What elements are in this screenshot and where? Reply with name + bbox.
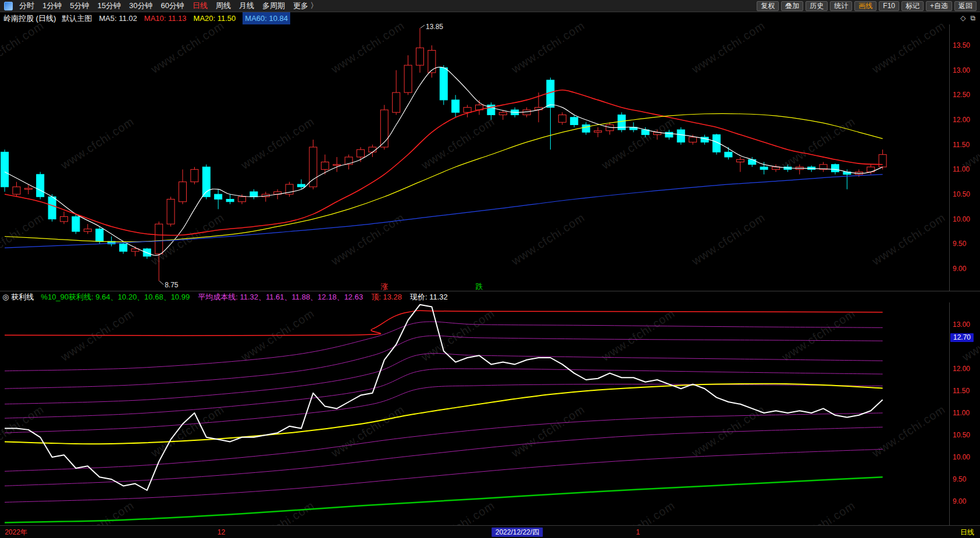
signal-marker: 涨: [380, 282, 388, 291]
indicator-header: ◎ 获利线 %10_90获利线: 9.64、10.20、10.68、10.99平…: [0, 291, 980, 302]
period-tab[interactable]: 30分钟: [125, 0, 156, 12]
period-tab[interactable]: 多周期: [258, 0, 289, 12]
axis-tick-label: 11.00: [953, 409, 970, 417]
candle: [571, 115, 578, 127]
candle: [594, 127, 602, 137]
indicator-line-profit-line-30: [5, 413, 883, 471]
axis-tick-label: 12.50: [953, 91, 970, 99]
toolbar-button[interactable]: 复权: [757, 1, 779, 11]
candle: [84, 224, 91, 234]
indicator-line-cost-line-3: [5, 354, 883, 404]
period-tab[interactable]: 更多 〉: [289, 0, 322, 12]
axis-tick-label: 11.50: [953, 387, 970, 395]
indicator-values: %10_90获利线: 9.64、10.20、10.68、10.99平均成本线: …: [41, 291, 455, 302]
candle: [606, 122, 614, 134]
candle: [202, 165, 210, 199]
indicator-cycle-icon[interactable]: ◎: [0, 291, 11, 302]
candle: [72, 214, 80, 234]
period-tab[interactable]: 15分钟: [93, 0, 124, 12]
axis-tick-label: 10.50: [953, 431, 970, 439]
indicator-line-cost-line-2: [5, 369, 883, 418]
period-tab[interactable]: 月线: [235, 0, 258, 12]
candle: [215, 189, 222, 209]
price-axis-column: 13.5013.0012.5012.0011.5011.0010.5010.00…: [949, 24, 980, 525]
main-chart-canvas[interactable]: 13.858.75涨跌: [0, 0, 949, 538]
info-bar-icons: ◇⧉: [960, 12, 980, 24]
candle: [713, 134, 721, 155]
axis-tick-label: 13.00: [953, 320, 970, 329]
candle-layer: [1, 28, 887, 281]
candle: [155, 222, 163, 281]
candle: [309, 140, 317, 189]
axis-tick-label: 10.50: [953, 190, 970, 198]
window-icon[interactable]: ⧉: [970, 12, 975, 24]
candle: [558, 112, 566, 124]
candle: [191, 167, 198, 184]
period-tab[interactable]: 分时: [15, 0, 38, 12]
toolbar-buttons: 复权叠加历史统计画线F10标记+自选返回: [757, 1, 980, 11]
candle: [120, 241, 127, 254]
stock-title: 岭南控股 (日线): [0, 12, 62, 24]
toolbar-button[interactable]: 统计: [830, 1, 852, 11]
top-toolbar: 分时1分钟5分钟15分钟30分钟60分钟日线周线月线多周期更多 〉 复权叠加历史…: [0, 0, 980, 12]
indicator-line-profit-line-10: [5, 449, 883, 502]
time-axis-label: 1: [636, 528, 640, 537]
signal-marker: 跌: [476, 282, 483, 291]
toolbar-button[interactable]: F10: [879, 1, 899, 11]
candle: [879, 149, 886, 169]
candle: [37, 172, 44, 199]
candle: [582, 122, 590, 134]
toolbar-button[interactable]: 标记: [901, 1, 924, 11]
candle: [143, 248, 151, 259]
svg-text:8.75: 8.75: [165, 281, 179, 289]
candle: [380, 105, 388, 149]
diamond-icon[interactable]: ◇: [960, 12, 965, 24]
candle: [464, 105, 471, 117]
period-tab[interactable]: 60分钟: [156, 0, 188, 12]
candle: [60, 212, 68, 224]
candle: [677, 127, 685, 145]
axis-tick-label: 10.00: [953, 215, 970, 223]
candle: [1, 149, 9, 192]
toolbar-button[interactable]: +自选: [926, 1, 952, 11]
app-icon: [4, 2, 13, 10]
candle: [665, 130, 673, 140]
candle: [167, 197, 174, 226]
toolbar-button[interactable]: 画线: [854, 1, 876, 11]
indicator-line-cost-line-4: [5, 336, 883, 389]
candle: [867, 165, 875, 174]
indicator-line-cost-line-5: [5, 322, 883, 371]
toolbar-button[interactable]: 历史: [806, 1, 828, 11]
time-axis-label: 2022年: [5, 528, 27, 537]
ma-line-MA20: [5, 113, 883, 241]
indicator-value-segment: %10_90获利线: 9.64、10.20、10.68、10.99: [41, 291, 198, 302]
candle: [654, 130, 661, 140]
candle: [618, 112, 625, 132]
period-tab[interactable]: 5分钟: [66, 0, 93, 12]
axis-tick-label: 12.00: [953, 365, 970, 373]
period-tab-active[interactable]: 日线: [188, 0, 212, 12]
axis-tick-label: 13.50: [953, 41, 970, 49]
ma-value-label: MA20: 11.50: [194, 12, 236, 24]
candle: [13, 182, 20, 197]
candle: [772, 165, 780, 172]
ma-values: MA5: 11.02MA10: 11.13MA20: 11.50MA60: 10…: [99, 12, 960, 24]
period-tab[interactable]: 1分钟: [38, 0, 66, 12]
candle: [547, 77, 554, 149]
ma-value-label: MA5: 11.02: [99, 12, 137, 24]
indicator-line-top-line: [5, 311, 883, 336]
candle: [250, 189, 258, 199]
indicator-line-profit-line-20: [5, 427, 883, 486]
low-price-annotation: 8.75: [159, 281, 179, 289]
toolbar-button[interactable]: 叠加: [781, 1, 803, 11]
candle: [345, 155, 352, 170]
candle: [262, 192, 269, 202]
period-tab[interactable]: 周线: [212, 0, 235, 12]
candle: [369, 145, 376, 157]
candle: [404, 55, 412, 95]
candle: [701, 135, 708, 145]
axis-tick-label: 13.00: [953, 66, 970, 74]
candle: [393, 70, 400, 115]
candle: [416, 28, 424, 73]
toolbar-button[interactable]: 返回: [954, 1, 977, 11]
